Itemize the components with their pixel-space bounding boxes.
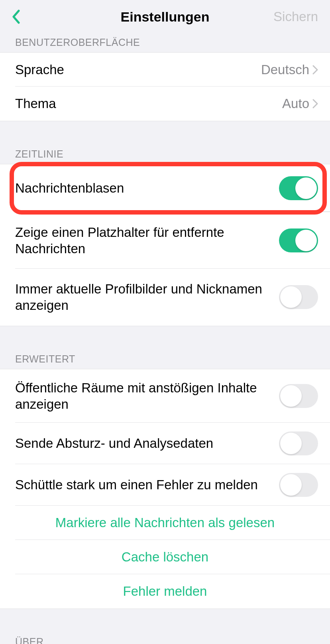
current-profiles-row: Immer aktuelle Profilbilder und Nickname… [0,269,330,326]
save-button[interactable]: Sichern [273,9,318,24]
language-value: Deutsch [261,62,309,77]
public-rooms-row: Öffentliche Räume mit anstößigen Inhalte… [0,369,330,423]
mark-read-button[interactable]: Markiere alle Nachrichten als gelesen [0,506,330,540]
current-profiles-toggle[interactable] [279,285,318,309]
language-row[interactable]: Sprache Deutsch [0,53,330,87]
public-rooms-toggle[interactable] [279,384,318,408]
public-rooms-label: Öffentliche Räume mit anstößigen Inhalte… [15,380,279,413]
message-bubbles-row: Nachrichtenblasen [0,164,330,212]
shake-report-label: Schüttle stark um einen Fehler zu melden [15,477,279,493]
language-label: Sprache [15,61,261,78]
toggle-knob [295,230,317,251]
toggle-knob [280,433,302,454]
placeholder-toggle[interactable] [279,228,318,252]
toggle-knob [280,474,302,496]
list-advanced: Öffentliche Räume mit anstößigen Inhalte… [0,369,330,609]
header: Einstellungen Sichern [0,0,330,33]
crash-data-label: Sende Absturz- und Analysedaten [15,435,279,451]
section-header-about: ÜBER [0,636,330,644]
report-bug-label: Fehler melden [123,584,207,599]
section-header-advanced: ERWEITERT [0,353,330,369]
theme-row[interactable]: Thema Auto [0,87,330,120]
list-timeline: Nachrichtenblasen Zeige einen Platzhalte… [0,164,330,326]
toggle-knob [295,177,317,199]
chevron-right-icon [312,65,318,75]
list-ui: Sprache Deutsch Thema Auto [0,52,330,121]
toggle-knob [280,286,302,308]
chevron-right-icon [312,99,318,108]
mark-read-label: Markiere alle Nachrichten als gelesen [55,515,275,530]
placeholder-label: Zeige einen Platzhalter für entfernte Na… [15,224,279,257]
crash-data-toggle[interactable] [279,431,318,455]
section-header-ui: BENUTZEROBERFLÄCHE [0,33,330,52]
chevron-left-icon [12,10,20,24]
shake-report-row: Schüttle stark um einen Fehler zu melden [0,464,330,506]
shake-report-toggle[interactable] [279,473,318,497]
clear-cache-label: Cache löschen [122,549,208,565]
section-header-timeline: ZEITLINIE [0,148,330,164]
placeholder-row: Zeige einen Platzhalter für entfernte Na… [0,212,330,269]
theme-value: Auto [282,96,309,111]
report-bug-button[interactable]: Fehler melden [0,574,330,609]
message-bubbles-toggle[interactable] [279,176,318,200]
clear-cache-button[interactable]: Cache löschen [0,540,330,574]
page-title: Einstellungen [121,9,210,25]
crash-data-row: Sende Absturz- und Analysedaten [0,423,330,464]
back-button[interactable] [8,9,24,25]
message-bubbles-label: Nachrichtenblasen [15,180,279,196]
theme-label: Thema [15,95,282,112]
toggle-knob [280,385,302,407]
current-profiles-label: Immer aktuelle Profilbilder und Nickname… [15,281,279,314]
